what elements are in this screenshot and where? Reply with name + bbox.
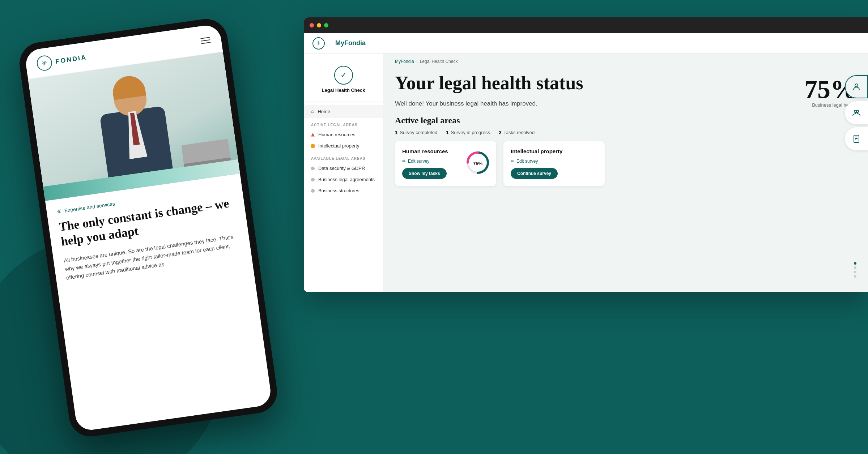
business-structures-label: Business structures (318, 188, 359, 193)
stat-num-2: 1 (446, 130, 448, 135)
intellectual-property-label: Intellectual property (318, 143, 359, 149)
scroll-dot-4 (854, 275, 856, 278)
sidebar-section-title: Legal Health Check (316, 87, 371, 93)
gray-dot-icon-2 (311, 178, 315, 181)
sidebar-item-business-structures[interactable]: Business structures (304, 185, 383, 196)
hamburger-menu-icon[interactable] (200, 37, 210, 44)
sidebar-checkmark-icon: ✓ (334, 66, 353, 85)
main-content: MyFondia › Legal Health Check Your legal… (383, 53, 868, 292)
header-divider (330, 38, 330, 48)
human-resources-label: Human resources (318, 132, 356, 137)
area-card-human-resources: Human resources ✏ Edit survey Show my ta… (395, 141, 496, 186)
scroll-dot-2 (854, 266, 856, 269)
browser-window: ✳ MyFondia ✓ Legal Health Check ⌂ Home A… (304, 17, 868, 292)
active-areas-section: Active legal areas 1 Survey completed 1 … (383, 116, 868, 193)
stat-tasks-resolved: 2 Tasks resolved (499, 130, 535, 135)
floating-icon-btn-1[interactable] (845, 75, 868, 98)
cards-row: Human resources ✏ Edit survey Show my ta… (395, 141, 856, 186)
app-header: ✳ MyFondia (304, 33, 868, 53)
fondia-star-icon: ✳ (56, 207, 62, 215)
stat-label-2: Survey in progress (451, 130, 490, 135)
phone-logo-icon: ✳ (36, 55, 53, 72)
data-security-label: Data security & GDPR (318, 166, 365, 171)
yellow-square-icon (311, 144, 315, 148)
card-2-button[interactable]: Continue survey (511, 168, 558, 179)
area-card-intellectual-property: Intellectual property ✏ Edit survey Cont… (503, 141, 605, 186)
sidebar-item-business-agreements[interactable]: Business legal agreements (304, 174, 383, 185)
card-2-title: Intellectual property (511, 148, 597, 154)
app-body: ✓ Legal Health Check ⌂ Home ACTIVE LEGAL… (304, 53, 868, 292)
stat-label-1: Survey completed (400, 130, 437, 135)
sidebar-item-data-security[interactable]: Data security & GDPR (304, 163, 383, 174)
home-icon: ⌂ (311, 108, 314, 114)
svg-point-2 (856, 110, 859, 112)
floating-icon-btn-3[interactable] (845, 127, 868, 150)
card-2-edit[interactable]: ✏ Edit survey (511, 159, 597, 164)
browser-chrome (304, 17, 868, 33)
edit-icon-1: ✏ (402, 159, 406, 164)
active-areas-group-label: ACTIVE LEGAL AREAS (304, 118, 383, 129)
card-1-button[interactable]: Show my tasks (402, 168, 447, 179)
business-agreements-label: Business legal agreements (318, 177, 375, 182)
stat-label-3: Tasks resolved (503, 130, 535, 135)
breadcrumb: MyFondia › Legal Health Check (383, 53, 868, 64)
sidebar-section-icon-area: ✓ Legal Health Check (304, 61, 383, 98)
floating-icon-btn-2[interactable] (845, 101, 868, 124)
stat-survey-progress: 1 Survey in progress (446, 130, 490, 135)
hero-subtitle: Well done! Your business legal health ha… (395, 99, 790, 108)
floating-icons (845, 75, 868, 150)
app-logo-icon: ✳ (312, 37, 325, 50)
stat-num-1: 1 (395, 130, 397, 135)
phone-logo-text: FONDIA (55, 53, 87, 65)
sidebar-item-home[interactable]: ⌂ Home (304, 105, 383, 118)
hero-text: Your legal health status Well done! Your… (395, 73, 790, 108)
scroll-dots-indicator (854, 262, 856, 278)
sidebar-item-human-resources[interactable]: Human resources (304, 129, 383, 140)
sidebar-item-intellectual-property[interactable]: Intellectual property (304, 140, 383, 151)
app-title: MyFondia (335, 39, 366, 47)
active-areas-title: Active legal areas (395, 116, 856, 125)
sidebar-home-label: Home (318, 109, 330, 114)
donut-chart-1: 75% (465, 150, 490, 177)
stat-num-3: 2 (499, 130, 501, 135)
sidebar: ✓ Legal Health Check ⌂ Home ACTIVE LEGAL… (304, 53, 383, 292)
breadcrumb-current: Legal Health Check (420, 59, 458, 64)
breadcrumb-separator: › (416, 59, 418, 64)
svg-point-0 (855, 84, 858, 87)
browser-close-dot[interactable] (310, 23, 314, 27)
hero-title: Your legal health status (395, 73, 790, 93)
scroll-dot-3 (854, 271, 856, 273)
edit-icon-2: ✏ (511, 159, 514, 164)
donut-label-1: 75% (473, 161, 482, 166)
phone-logo-area: ✳ FONDIA (36, 50, 88, 72)
stats-row: 1 Survey completed 1 Survey in progress … (395, 130, 856, 135)
gray-dot-icon (311, 167, 315, 170)
red-triangle-icon (311, 133, 315, 137)
hero-section: Your legal health status Well done! Your… (383, 64, 868, 116)
stat-survey-completed: 1 Survey completed (395, 130, 437, 135)
gray-dot-icon-3 (311, 189, 315, 193)
browser-minimize-dot[interactable] (317, 23, 321, 27)
browser-maximize-dot[interactable] (324, 23, 328, 27)
phone-tag-text: Expertise and services (64, 201, 115, 213)
sidebar-divider-1 (304, 102, 383, 102)
available-areas-group-label: AVAILABLE LEGAL AREAS (304, 151, 383, 163)
scroll-dot-1 (854, 262, 856, 265)
breadcrumb-home-link[interactable]: MyFondia (395, 59, 414, 64)
